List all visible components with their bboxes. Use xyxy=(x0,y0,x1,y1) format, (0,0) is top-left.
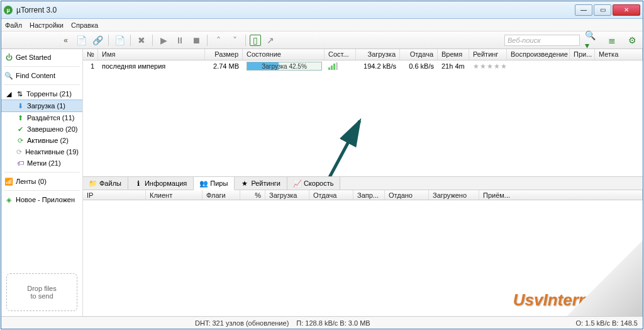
col-rating[interactable]: Рейтинг xyxy=(469,49,507,60)
dcol-down[interactable]: Загрузка xyxy=(265,190,309,200)
window-title: µTorrent 3.0 xyxy=(16,6,575,14)
sidebar-item-seeding[interactable]: ⬆Раздаётся (11) xyxy=(1,112,82,123)
torrents-icon: ⇅ xyxy=(16,90,23,98)
tag-icon: 🏷 xyxy=(16,159,24,167)
cell-up: 0.6 kB/s xyxy=(400,62,438,70)
col-down[interactable]: Загрузка xyxy=(356,49,400,60)
col-state[interactable]: Состояние xyxy=(243,49,325,60)
sidebar-label: Завершено (20) xyxy=(27,125,77,133)
view-list-icon[interactable]: ≣ xyxy=(605,33,619,47)
stop-icon[interactable]: ⏹ xyxy=(189,33,203,47)
search-icon: 🔍 xyxy=(5,72,13,79)
sidebar-item-completed[interactable]: ✔Завершено (20) xyxy=(1,123,82,135)
cell-rating: ★★★★★ xyxy=(469,62,507,71)
watermark: UsvInternet.ru xyxy=(513,290,624,310)
sidebar-label: Загрузка (1) xyxy=(27,102,65,110)
refresh-icon: ⟳ xyxy=(16,137,24,144)
progress-bar: Загрузка 42.5% xyxy=(247,62,322,71)
close-button[interactable]: ✕ xyxy=(613,4,640,16)
sidebar-apps[interactable]: ◈Новое - Приложен xyxy=(1,194,82,205)
col-playback[interactable]: Воспроизведение xyxy=(507,49,570,60)
sidebar-label: Торренты (21) xyxy=(26,90,72,98)
health-bars-icon xyxy=(328,62,352,70)
menu-file[interactable]: Файл xyxy=(5,21,22,29)
move-down-icon[interactable]: ˅ xyxy=(228,33,242,47)
pause-icon[interactable]: ⏸ xyxy=(173,33,187,47)
status-rates: П: 128.8 kB/с В: 3.0 MB xyxy=(296,319,370,327)
create-torrent-icon[interactable]: 📄 xyxy=(113,33,126,47)
refresh-icon: ⟳ xyxy=(16,148,22,156)
dcol-sent[interactable]: Отдано xyxy=(385,190,429,200)
col-name[interactable]: Имя xyxy=(98,49,205,60)
start-icon[interactable]: ▶ xyxy=(157,33,170,47)
dropzone[interactable]: Drop files to send xyxy=(6,273,77,311)
sidebar-item-inactive[interactable]: ⟳Неактивные (19) xyxy=(1,146,82,157)
add-url-icon[interactable]: 🔗 xyxy=(91,33,104,47)
remote-device-icon[interactable]: ▯ xyxy=(250,35,261,46)
info-icon: ℹ xyxy=(135,179,142,187)
tab-info[interactable]: ℹИнформация xyxy=(128,177,194,190)
col-health[interactable]: Сост... xyxy=(325,49,356,60)
upload-icon: ⬆ xyxy=(16,114,24,122)
dcol-ip[interactable]: IP xyxy=(83,190,146,200)
tab-peers[interactable]: 👥Пиры xyxy=(194,177,235,190)
cell-eta: 21h 4m xyxy=(438,62,469,70)
statusbar: DHT: 321 узлов (обновление) П: 128.8 kB/… xyxy=(1,316,643,329)
minimize-button[interactable]: — xyxy=(575,4,592,16)
detail-tabs: 📁Файлы ℹИнформация 👥Пиры ★Рейтинги 📈Скор… xyxy=(83,176,643,190)
sidebar-label: Get Started xyxy=(16,54,51,61)
dcol-flags[interactable]: Флаги xyxy=(203,190,240,200)
column-headers: № Имя Размер Состояние Сост... Загрузка … xyxy=(83,49,643,60)
col-label[interactable]: Метка xyxy=(595,49,643,60)
tab-speed[interactable]: 📈Скорость xyxy=(287,177,341,190)
sidebar-label: Ленты (0) xyxy=(16,178,47,185)
col-pri[interactable]: При... xyxy=(570,49,595,60)
cell-down: 194.2 kB/s xyxy=(356,62,400,70)
titlebar: µ µTorrent 3.0 — ▭ ✕ xyxy=(1,1,643,19)
sidebar-feeds[interactable]: 📶Ленты (0) xyxy=(1,176,82,187)
download-icon: ⬇ xyxy=(16,102,24,110)
delete-icon[interactable]: ✖ xyxy=(135,33,148,47)
dcol-req[interactable]: Запр... xyxy=(353,190,385,200)
dcol-client[interactable]: Клиент xyxy=(146,190,203,200)
gear-icon[interactable]: ⚙ xyxy=(625,33,639,47)
search-icon[interactable]: 🔍▾ xyxy=(585,33,599,47)
sidebar-collapse-icon[interactable]: « xyxy=(4,36,73,45)
sidebar-item-active[interactable]: ⟳Активные (2) xyxy=(1,135,82,146)
search-input[interactable]: Веб-поиск xyxy=(504,35,580,46)
col-up[interactable]: Отдача xyxy=(400,49,438,60)
dcol-recv[interactable]: Загружено xyxy=(429,190,479,200)
cell-name: последняя империя xyxy=(98,62,205,70)
sidebar-get-started[interactable]: ⏻Get Started xyxy=(1,52,82,63)
sidebar: ⏻Get Started 🔍Find Content ◢⇅Торренты (2… xyxy=(1,49,83,316)
chevron-down-icon: ◢ xyxy=(5,90,13,98)
dcol-pct[interactable]: % xyxy=(240,190,265,200)
dcol-in[interactable]: Приём... xyxy=(479,190,643,200)
menu-settings[interactable]: Настройки xyxy=(30,21,64,29)
tab-ratings[interactable]: ★Рейтинги xyxy=(235,177,287,190)
col-eta[interactable]: Время xyxy=(438,49,469,60)
move-up-icon[interactable]: ˄ xyxy=(211,33,225,47)
sidebar-item-labels[interactable]: 🏷Метки (21) xyxy=(1,157,82,169)
sidebar-item-downloading[interactable]: ⬇Загрузка (1) xyxy=(1,100,82,112)
dcol-up[interactable]: Отдача xyxy=(309,190,353,200)
sidebar-torrents[interactable]: ◢⇅Торренты (21) xyxy=(1,88,82,100)
folder-icon: 📁 xyxy=(89,179,97,187)
sidebar-label: Неактивные (19) xyxy=(25,148,79,156)
col-size[interactable]: Размер xyxy=(205,49,243,60)
star-icon: ★ xyxy=(241,179,248,187)
maximize-button[interactable]: ▭ xyxy=(594,4,611,16)
table-row[interactable]: 1 последняя империя 2.74 MB Загрузка 42.… xyxy=(83,60,643,72)
svg-line-0 xyxy=(297,121,360,176)
menu-help[interactable]: Справка xyxy=(71,21,98,29)
menubar: Файл Настройки Справка xyxy=(1,19,643,31)
tab-files[interactable]: 📁Файлы xyxy=(83,177,128,190)
status-dht: DHT: 321 узлов (обновление) xyxy=(195,319,289,327)
share-icon[interactable]: ↗ xyxy=(264,33,277,47)
sidebar-label: Новое - Приложен xyxy=(16,196,75,203)
sidebar-find-content[interactable]: 🔍Find Content xyxy=(1,70,82,81)
add-torrent-icon[interactable]: 📄 xyxy=(74,33,88,47)
app-icon: µ xyxy=(4,6,13,14)
rss-icon: 📶 xyxy=(5,178,13,185)
col-num[interactable]: № xyxy=(83,49,98,60)
